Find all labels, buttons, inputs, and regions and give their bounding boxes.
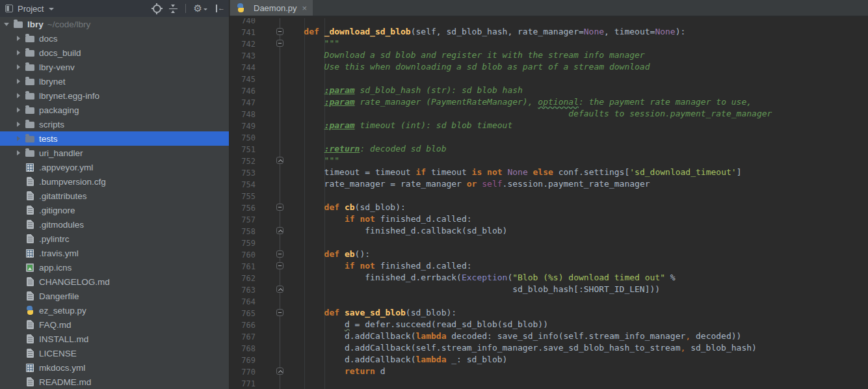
chevron-collapsed-icon[interactable] <box>14 150 22 155</box>
tree-item--bumpversion-cfg[interactable]: .bumpversion.cfg <box>0 174 229 189</box>
editor-area: Daemon.py × 7407417427437447457467477487… <box>229 0 868 389</box>
hide-panel-icon[interactable] <box>215 5 224 12</box>
code-line[interactable] <box>230 237 868 248</box>
code-line[interactable]: Use this when downloading a sd blob as p… <box>230 61 868 73</box>
tree-item--pylintrc[interactable]: .pylintrc <box>0 232 229 246</box>
project-tree: lbry~/code/lbrydocsdocs_buildlbry-venvlb… <box>0 17 229 389</box>
folder-icon <box>25 47 35 58</box>
code-line[interactable]: def _download_sd_blob(self, sd_blob_hash… <box>230 26 868 38</box>
tree-item-tests[interactable]: tests <box>0 131 229 146</box>
file-icon <box>25 234 35 244</box>
code-line[interactable]: :param timeout (int): sd blob timeout <box>230 120 868 131</box>
code-line[interactable]: Download a sd blob and register it with … <box>230 49 868 61</box>
code-line[interactable]: d.addCallback(lambda _: sd_blob) <box>230 354 868 366</box>
code-line[interactable]: if not finished_d.called: <box>230 260 868 272</box>
chevron-collapsed-icon[interactable] <box>14 36 22 41</box>
close-icon[interactable]: × <box>302 3 307 13</box>
tree-item-scripts[interactable]: scripts <box>0 117 229 131</box>
tree-item-app-icns[interactable]: app.icns <box>0 260 229 275</box>
tree-item-lbry[interactable]: lbry~/code/lbry <box>0 17 229 31</box>
tree-item-readme-md[interactable]: README.md <box>0 375 229 389</box>
chevron-collapsed-icon[interactable] <box>14 93 22 98</box>
folder-icon <box>13 19 23 29</box>
code-line[interactable]: sd_blob_hash[:SHORT_ID_LEN])) <box>230 284 868 295</box>
chevron-collapsed-icon[interactable] <box>14 50 22 55</box>
tab-label: Daemon.py <box>254 3 296 13</box>
code-line[interactable]: finished_d.errback(Exception("Blob (%s) … <box>230 272 868 284</box>
tree-item-label: .gitattributes <box>39 191 87 201</box>
tree-item-label: .gitignore <box>39 206 75 215</box>
code-line[interactable]: def eb(): <box>230 248 868 260</box>
tree-item-dangerfile[interactable]: Dangerfile <box>0 289 229 303</box>
code-line[interactable]: """ <box>230 155 868 167</box>
code-line[interactable]: d.addCallback(lambda decoded: save_sd_in… <box>230 330 868 342</box>
code-line[interactable]: return d <box>230 366 868 377</box>
tree-item-label: lbry-venv <box>39 62 75 72</box>
chevron-down-icon[interactable] <box>49 8 54 10</box>
tree-item--gitmodules[interactable]: .gitmodules <box>0 217 229 232</box>
folder-icon <box>25 33 35 44</box>
chevron-collapsed-icon[interactable] <box>14 122 22 127</box>
tree-item-ez-setup-py[interactable]: ez_setup.py <box>0 303 229 317</box>
tree-item-mkdocs-yml[interactable]: mkdocs.yml <box>0 360 229 375</box>
python-file-icon <box>236 3 245 12</box>
file-icon <box>25 176 35 187</box>
tree-item-lbrynet[interactable]: lbrynet <box>0 74 229 88</box>
tab-daemon-py[interactable]: Daemon.py × <box>230 0 313 16</box>
editor-body[interactable]: 7407417427437447457467477487497507517527… <box>230 18 868 389</box>
tree-item-lbrynet-egg-info[interactable]: lbrynet.egg-info <box>0 88 229 103</box>
gear-icon[interactable]: ⚙ <box>194 5 207 13</box>
tree-item--gitignore[interactable]: .gitignore <box>0 203 229 217</box>
collapse-all-icon[interactable] <box>169 5 178 13</box>
tree-item-label: mkdocs.yml <box>39 363 85 373</box>
tree-item-docs-build[interactable]: docs_build <box>0 46 229 60</box>
code-line[interactable] <box>230 18 868 26</box>
code-line[interactable]: def save_sd_blob(sd_blob): <box>230 307 868 319</box>
code-line[interactable]: def cb(sd_blob): <box>230 202 868 213</box>
tree-item-label: docs_build <box>39 48 81 58</box>
tree-item-label: .pylintrc <box>39 234 70 244</box>
chevron-collapsed-icon[interactable] <box>14 136 22 141</box>
code-line[interactable] <box>230 73 868 85</box>
tree-item--gitattributes[interactable]: .gitattributes <box>0 189 229 203</box>
code-line[interactable]: :param sd_blob_hash (str): sd blob hash <box>230 85 868 96</box>
tree-item-license[interactable]: LICENSE <box>0 346 229 360</box>
tree-item-packaging[interactable]: packaging <box>0 103 229 117</box>
file-icon <box>25 191 35 201</box>
code-line[interactable] <box>230 377 868 389</box>
code-line[interactable]: timeout = timeout if timeout is not None… <box>230 167 868 178</box>
chevron-collapsed-icon[interactable] <box>14 107 22 113</box>
code-line[interactable]: """ <box>230 38 868 49</box>
code-line[interactable] <box>230 295 868 307</box>
tree-item--appveyor-yml[interactable]: .appveyor.yml <box>0 160 229 174</box>
code-line[interactable]: :return: decoded sd blob <box>230 143 868 155</box>
tree-item-install-md[interactable]: INSTALL.md <box>0 332 229 346</box>
tree-item-lbry-venv[interactable]: lbry-venv <box>0 60 229 74</box>
chevron-collapsed-icon[interactable] <box>14 79 22 84</box>
code-line[interactable]: rate_manager = rate_manager or self.sess… <box>230 178 868 190</box>
tree-item-uri-handler[interactable]: uri_handler <box>0 146 229 160</box>
tree-item-label: LICENSE <box>39 349 77 358</box>
tree-item--travis-yml[interactable]: .travis.yml <box>0 246 229 260</box>
yaml-file-icon <box>25 162 35 172</box>
tree-item-faq-md[interactable]: FAQ.md <box>0 317 229 332</box>
code-line[interactable] <box>230 131 868 143</box>
code-pane: def _download_sd_blob(self, sd_blob_hash… <box>230 18 868 389</box>
code-line[interactable]: defaults to session.payment_rate_manager <box>230 108 868 120</box>
chevron-expanded-icon[interactable] <box>3 23 10 26</box>
code-line[interactable] <box>230 190 868 202</box>
chevron-collapsed-icon[interactable] <box>14 64 22 70</box>
file-icon <box>25 219 35 230</box>
folder-icon <box>25 105 35 115</box>
locate-icon[interactable] <box>153 5 161 13</box>
code-line[interactable]: if not finished_d.called: <box>230 213 868 225</box>
tree-item-changelog-md[interactable]: CHANGELOG.md <box>0 275 229 289</box>
code-line[interactable]: :param rate_manager (PaymentRateManager)… <box>230 96 868 108</box>
file-icon <box>25 377 35 387</box>
file-icon <box>25 334 35 344</box>
code-line[interactable]: d = defer.succeed(read_sd_blob(sd_blob)) <box>230 319 868 330</box>
tree-item-docs[interactable]: docs <box>0 31 229 46</box>
code-line[interactable]: finished_d.callback(sd_blob) <box>230 225 868 237</box>
tree-item-label: app.icns <box>39 263 72 273</box>
code-line[interactable]: d.addCallback(self.stream_info_manager.s… <box>230 342 868 354</box>
